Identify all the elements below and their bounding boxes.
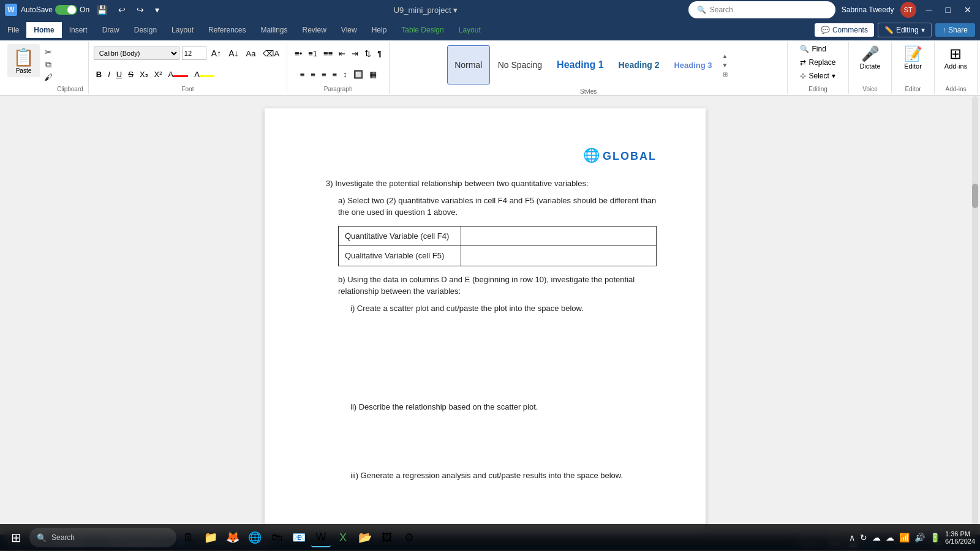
- style-heading2[interactable]: Heading 2: [612, 45, 666, 84]
- tab-insert[interactable]: Insert: [62, 22, 95, 38]
- scrollbar-thumb[interactable]: [972, 184, 978, 208]
- font-name-select[interactable]: Calibri (Body): [94, 47, 179, 60]
- linespacing-button[interactable]: ↕: [341, 69, 350, 80]
- cut-button[interactable]: ✂: [42, 47, 55, 58]
- tab-references[interactable]: References: [201, 22, 253, 38]
- dictate-button[interactable]: 🎤 Dictate: [856, 43, 884, 72]
- tab-layout[interactable]: Layout: [164, 22, 201, 38]
- taskbar-settings[interactable]: ⚙: [399, 528, 419, 547]
- change-case-button[interactable]: Aa: [244, 48, 258, 59]
- copy-button[interactable]: ⧉: [42, 59, 55, 70]
- align-center-button[interactable]: ≡: [308, 69, 318, 80]
- maximize-button[interactable]: □: [942, 4, 954, 16]
- regression-area[interactable]: [314, 486, 657, 523]
- save-button[interactable]: 💾: [93, 4, 111, 16]
- bullets-button[interactable]: ≡•: [292, 48, 304, 59]
- undo-button[interactable]: ↩: [115, 4, 129, 16]
- increase-indent-button[interactable]: ⇥: [349, 48, 361, 59]
- format-painter-button[interactable]: 🖌: [42, 72, 55, 83]
- font-size-input[interactable]: [182, 47, 206, 60]
- shading-button[interactable]: 🔲: [351, 69, 366, 80]
- sort-button[interactable]: ⇅: [362, 48, 374, 59]
- strikethrough-button[interactable]: S: [126, 69, 136, 80]
- taskbar-photos[interactable]: 🖼: [377, 528, 397, 547]
- paste-button[interactable]: 📋 Paste: [7, 44, 40, 77]
- decrease-font-button[interactable]: A↓: [226, 47, 241, 59]
- tray-cloud[interactable]: ☁: [871, 531, 882, 544]
- taskbar-files[interactable]: 📁: [201, 528, 221, 547]
- increase-font-button[interactable]: A↑: [209, 47, 224, 59]
- replace-button[interactable]: ⇄ Replace: [796, 56, 839, 69]
- share-button[interactable]: ↑ Share: [935, 23, 975, 37]
- font-color-button[interactable]: A: [166, 69, 191, 80]
- numbering-button[interactable]: ≡1: [306, 48, 320, 59]
- multilevel-button[interactable]: ≡≡: [321, 48, 335, 59]
- italic-button[interactable]: I: [105, 69, 113, 80]
- justify-button[interactable]: ≡: [330, 69, 339, 80]
- relationship-description-area[interactable]: [314, 418, 657, 467]
- style-heading1[interactable]: Heading 1: [550, 45, 610, 84]
- tab-tabledesign[interactable]: Table Design: [394, 22, 451, 38]
- tray-onedrive[interactable]: ☁: [884, 531, 895, 544]
- clear-format-button[interactable]: ⌫A: [260, 48, 282, 59]
- tray-chevron[interactable]: ∧: [848, 531, 856, 544]
- tab-mailings[interactable]: Mailings: [253, 22, 295, 38]
- taskbar-widgets[interactable]: 🗓: [179, 528, 198, 547]
- redo-button[interactable]: ↪: [133, 4, 148, 16]
- taskbar-store[interactable]: 🛍: [267, 528, 287, 547]
- scatter-plot-area[interactable]: [314, 319, 657, 399]
- superscript-button[interactable]: X²: [152, 69, 165, 80]
- tab-file[interactable]: File: [0, 22, 26, 38]
- borders-button[interactable]: ▦: [367, 69, 379, 80]
- taskbar-search[interactable]: 🔍 Search: [29, 528, 176, 547]
- start-button[interactable]: ⊞: [5, 527, 27, 549]
- close-button[interactable]: ✕: [960, 4, 975, 16]
- datetime-display[interactable]: 1:36 PM 6/16/2024: [945, 530, 975, 545]
- minimize-button[interactable]: ─: [922, 4, 936, 16]
- doc-page[interactable]: 🌐 GLOBAL 3) Investigate the potential re…: [265, 108, 706, 534]
- tab-tablelayout[interactable]: Layout: [451, 22, 488, 38]
- find-button[interactable]: 🔍 Find: [796, 43, 839, 55]
- tray-wifi[interactable]: 📶: [898, 531, 911, 544]
- comments-button[interactable]: 💬 Comments: [815, 23, 874, 37]
- subscript-button[interactable]: X₂: [137, 69, 151, 80]
- tab-view[interactable]: View: [334, 22, 364, 38]
- styles-scroll-down[interactable]: ▼: [720, 61, 730, 69]
- style-nospacing[interactable]: No Spacing: [491, 45, 549, 84]
- tab-draw[interactable]: Draw: [95, 22, 127, 38]
- underline-button[interactable]: U: [114, 69, 124, 80]
- search-input[interactable]: [710, 6, 820, 14]
- select-button[interactable]: ⊹ Select ▾: [796, 70, 839, 82]
- tab-home[interactable]: Home: [26, 22, 61, 38]
- tab-design[interactable]: Design: [127, 22, 164, 38]
- tray-battery[interactable]: 🔋: [929, 531, 941, 544]
- tab-review[interactable]: Review: [295, 22, 334, 38]
- style-heading3[interactable]: Heading 3: [667, 45, 718, 84]
- table-cell-value-2[interactable]: [461, 246, 657, 266]
- tab-help[interactable]: Help: [364, 22, 394, 38]
- taskbar-browser1[interactable]: 🦊: [223, 528, 243, 547]
- taskbar-mail[interactable]: 📧: [289, 528, 309, 547]
- highlight-button[interactable]: A: [192, 69, 217, 80]
- pilcrow-button[interactable]: ¶: [375, 48, 384, 59]
- taskbar-word[interactable]: W: [311, 528, 331, 547]
- editor-button[interactable]: 📝 Editor: [900, 43, 926, 72]
- align-right-button[interactable]: ≡: [319, 69, 329, 80]
- taskbar-explorer[interactable]: 📂: [355, 528, 375, 547]
- customize-qat-button[interactable]: ▾: [151, 4, 163, 16]
- align-left-button[interactable]: ≡: [298, 69, 307, 80]
- addins-button[interactable]: ⊞ Add-ins: [941, 43, 971, 72]
- styles-scroll-up[interactable]: ▲: [720, 52, 730, 60]
- search-bar[interactable]: 🔍: [688, 1, 835, 18]
- tray-refresh[interactable]: ↻: [859, 531, 869, 544]
- taskbar-edge[interactable]: 🌐: [245, 528, 265, 547]
- style-normal[interactable]: Normal: [447, 45, 490, 84]
- autosave-toggle[interactable]: [55, 5, 77, 15]
- scrollbar-track[interactable]: [972, 96, 978, 534]
- doc-page-container[interactable]: 🌐 GLOBAL 3) Investigate the potential re…: [0, 96, 970, 534]
- document-title[interactable]: U9_mini_project ▾: [394, 6, 458, 15]
- styles-expand-button[interactable]: ⊞: [720, 70, 730, 78]
- editing-mode-button[interactable]: ✏️ Editing ▾: [878, 23, 932, 37]
- table-cell-value-1[interactable]: [461, 226, 657, 246]
- decrease-indent-button[interactable]: ⇤: [336, 48, 348, 59]
